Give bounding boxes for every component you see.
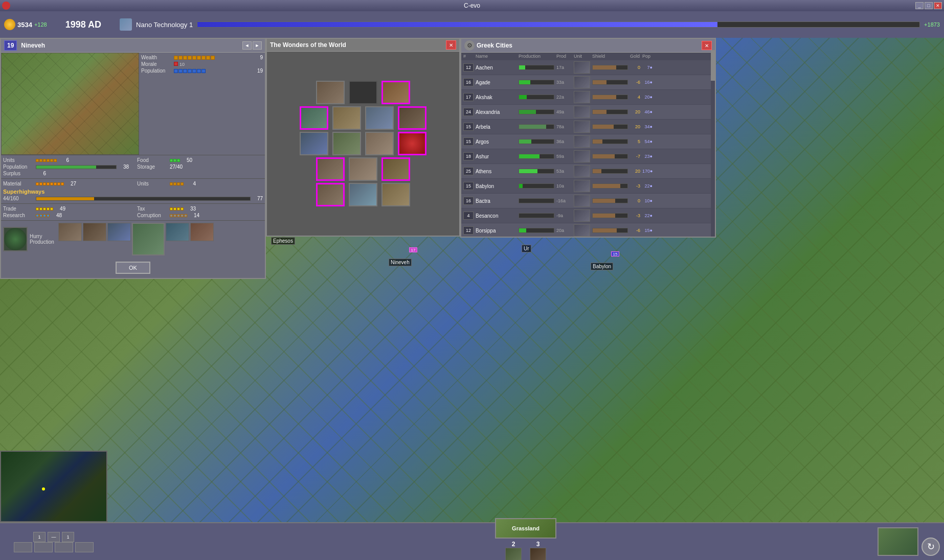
map-city-ephesos[interactable]: Ephesos [271,237,295,245]
minimap-zoom-out[interactable]: 1 [33,532,46,542]
map-city-ur[interactable]: Ur [522,245,531,252]
trade-label: Trade [3,206,34,212]
greek-city-row-3[interactable]: 24 Alexandria 49a 20 46● [461,105,715,120]
city-gold-5: 5 [630,139,640,144]
city-content: Wealth 9 Morale [1,53,265,155]
wealth-bar [174,56,251,60]
city-size-11: 12 [463,226,474,235]
city-prod-bar-3 [519,109,554,114]
map-city-babylon[interactable]: Babylon [591,263,613,270]
building-2[interactable] [83,223,106,241]
city-name-2: Akshak [476,95,516,100]
wonder-ship[interactable] [300,132,328,155]
wonder-portrait[interactable] [381,183,410,206]
morale-pip1 [174,62,178,66]
building-5[interactable] [166,223,189,241]
wonders-panel: The Wonders of the World ✕ [266,38,460,237]
greek-city-row-11[interactable]: 12 Borsippa 20a -6 15● [461,223,715,237]
greek-city-row-6[interactable]: 18 Ashur 59a -7 23● [461,149,715,164]
trade-grid: Trade 49 Tax 33 [3,206,263,218]
storage-row: Storage 27/40 [137,164,263,170]
wonder-liberty[interactable] [300,106,328,130]
scrollbar-thumb[interactable] [711,50,715,81]
scrollbar-track [711,50,715,237]
minimap-btn-a[interactable] [14,542,32,552]
city-unit-8 [574,180,590,192]
greek-city-row-5[interactable]: 15 Argos 36a 5 54● [461,134,715,149]
close-button[interactable]: ✕ [934,2,942,9]
greek-city-row-2[interactable]: 17 Akshak 22a 4 20● [461,90,715,105]
wonder-bust[interactable] [381,157,410,181]
greek-city-row-1[interactable]: 16 Agade 33a -6 16● [461,75,715,90]
greek-city-row-10[interactable]: 4 Besancon -9a -3 22● [461,208,715,223]
wonder-9[interactable] [365,132,394,155]
map-city-nineveh[interactable]: Nineveh [389,259,412,266]
city-name-6: Ashur [476,154,516,159]
greek-city-row-0[interactable]: 12 Aachen 17a 0 7● [461,60,715,75]
pip9 [211,56,215,60]
city-size-3: 24 [463,108,474,116]
unit-block-2: 3 [530,541,546,560]
ok-button[interactable]: OK [116,262,150,274]
city-name-4: Arbela [476,124,516,130]
minimap-zoom-in[interactable]: 1 [62,532,74,542]
terrain-tile: Grassland [495,518,556,539]
city-prod-bar-9 [519,198,554,203]
wealth-label: Wealth [141,55,172,60]
app-logo [2,2,10,10]
wonder-11[interactable] [349,157,377,181]
wonder-2[interactable] [349,81,377,104]
wonder-apple[interactable] [398,132,426,155]
wonders-close-button[interactable]: ✕ [446,40,456,50]
city-prod-num-0: 17a [556,65,572,70]
city-prev-button[interactable]: ◄ [242,41,252,50]
wonder-temple[interactable] [316,157,345,181]
city-next-button[interactable]: ► [253,41,262,50]
minimap-zoom-mid[interactable]: — [48,532,60,542]
city-name-1: Agade [476,80,516,85]
window-controls[interactable]: _ □ ✕ [915,2,942,9]
wonder-5[interactable] [365,106,394,130]
hurry-section: Hurry Production [3,223,54,255]
wonder-vitruvian[interactable] [381,81,410,104]
greek-close-button[interactable]: ✕ [702,41,712,50]
wonder-eiffel[interactable] [349,183,377,206]
minimap-btn-d[interactable] [75,542,94,552]
minimap[interactable] [0,451,107,522]
production-bar [36,197,251,201]
wonder-colossus[interactable] [316,183,345,206]
building-4[interactable] [132,223,165,255]
building-3[interactable] [107,223,131,241]
storage-value: 27/40 [170,164,183,170]
city-thumbnail [878,527,918,556]
wonder-colosseum[interactable] [316,81,345,104]
city-prod-bar-8 [519,183,554,189]
units2-label: Units [137,181,168,186]
building-6[interactable] [190,223,214,241]
refresh-button[interactable]: ↻ [921,538,940,556]
research-value: 48 [52,213,62,218]
surplus-label: Surplus [3,171,34,176]
tax-value: 33 [186,206,196,212]
building-1[interactable] [58,223,82,241]
city-unit-10 [574,209,590,222]
minimap-btn-b[interactable] [34,542,53,552]
greek-city-row-4[interactable]: 15 Arbela 78a 20 34● [461,120,715,134]
units-value: 6 [59,157,69,163]
wonder-8[interactable] [332,132,361,155]
wonder-6[interactable] [398,106,426,130]
pop2-value: 38 [119,164,129,170]
greek-city-row-7[interactable]: 25 Athens 53a 20 170● [461,164,715,179]
greek-city-row-8[interactable]: 15 Babylon 10a -3 22● [461,179,715,194]
maximize-button[interactable]: □ [925,2,933,9]
minimap-btn-c[interactable] [55,542,73,552]
greek-gear-icon[interactable]: ⚙ [464,40,475,51]
minimize-button[interactable]: _ [915,2,924,9]
corruption-label: Corruption [137,213,168,218]
wonder-pyramids[interactable] [332,106,361,130]
city-nav[interactable]: ◄ ► [242,41,262,50]
city-unit-1 [574,76,590,88]
coin-delta: +128 [34,21,47,28]
minimap-btn-row: 1 — 1 [33,532,74,542]
greek-city-row-9[interactable]: 16 Bactra -16a 0 10● [461,194,715,208]
